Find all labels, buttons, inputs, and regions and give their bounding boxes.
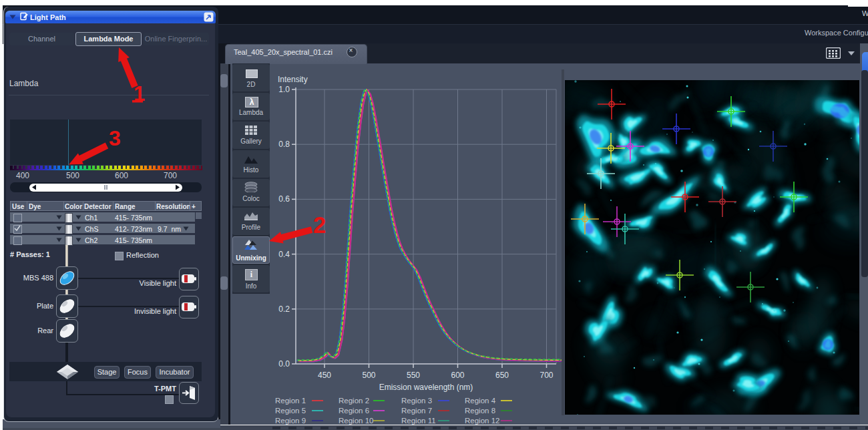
svg-text:Emission wavelength (nm): Emission wavelength (nm) xyxy=(379,383,473,392)
svg-text:700: 700 xyxy=(539,371,553,380)
svg-text:Intensity: Intensity xyxy=(278,75,308,84)
svg-text:0.4: 0.4 xyxy=(278,250,290,259)
svg-text:Region 9: Region 9 xyxy=(275,417,306,425)
svg-text:0.6: 0.6 xyxy=(278,194,290,204)
svg-text:Region 5: Region 5 xyxy=(275,407,306,415)
svg-text:1.0: 1.0 xyxy=(278,85,290,94)
svg-text:Region 7: Region 7 xyxy=(401,407,432,415)
svg-text:Region 11: Region 11 xyxy=(401,417,436,425)
svg-text:Region 4: Region 4 xyxy=(465,397,496,405)
svg-text:0.8: 0.8 xyxy=(278,140,290,149)
svg-text:Region 2: Region 2 xyxy=(339,397,369,405)
svg-text:500: 500 xyxy=(362,371,375,380)
svg-text:Region 1: Region 1 xyxy=(275,397,306,405)
svg-text:Region 12: Region 12 xyxy=(465,417,499,425)
svg-text:Region 8: Region 8 xyxy=(465,407,495,415)
svg-text:0.0: 0.0 xyxy=(278,359,290,369)
svg-text:Region 3: Region 3 xyxy=(401,397,432,405)
svg-text:Region 6: Region 6 xyxy=(339,407,369,415)
svg-text:0.2: 0.2 xyxy=(278,304,290,314)
svg-text:550: 550 xyxy=(407,371,420,380)
svg-text:650: 650 xyxy=(495,371,509,380)
svg-text:450: 450 xyxy=(318,371,331,380)
svg-text:600: 600 xyxy=(451,371,464,380)
svg-text:Region 10: Region 10 xyxy=(339,417,373,425)
